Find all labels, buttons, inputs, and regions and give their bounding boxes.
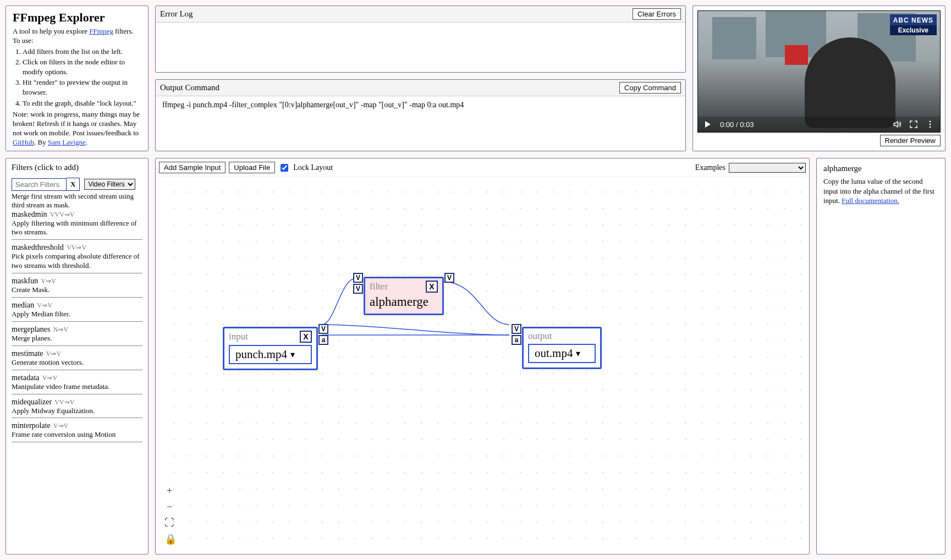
clear-errors-button[interactable]: Clear Errors [633,8,681,20]
filter-list-item[interactable]: maskfun V⇒VCreate Mask. [12,273,142,298]
examples-select[interactable] [729,163,806,173]
filter-list-item[interactable]: maskedmin VVV⇒VApply filtering with mini… [12,210,142,240]
filter-list-item[interactable]: midequalizer VV⇒VApply Midway Equalizati… [12,394,142,419]
output-command-text: ffmpeg -i punch.mp4 -filter_complex "[0:… [156,96,685,151]
port-input-a[interactable]: a [512,335,521,345]
node-input-select[interactable]: punch.mp4 ▾ [229,345,312,364]
zoom-out-icon[interactable]: − [164,501,174,513]
clear-search-button[interactable]: X [67,178,80,191]
volume-icon[interactable] [893,120,901,129]
play-icon[interactable] [703,120,712,129]
filters-panel: Filters (click to add) X Video Filters M… [6,158,149,554]
port-output-a[interactable]: a [318,335,328,345]
port-output-v[interactable]: V [444,273,454,283]
svg-point-0 [930,121,931,123]
video-controls: 0:00 / 0:03 [698,117,940,132]
more-icon[interactable] [926,120,934,129]
github-link[interactable]: GitHub [13,138,34,146]
port-output-v[interactable]: V [318,324,328,334]
intro-panel: FFmpeg Explorer A tool to help you explo… [6,6,149,151]
lock-layout-label: Lock Layout [293,163,333,172]
copy-command-button[interactable]: Copy Command [619,82,681,94]
full-documentation-link[interactable]: Full documentation. [842,196,899,205]
upload-file-button[interactable]: Upload File [229,162,275,173]
filter-list-item[interactable]: maskedthreshold VV⇒VPick pixels comparin… [12,240,142,273]
filter-list-item[interactable]: metadata V⇒VManipulate video frame metad… [12,370,142,394]
search-filters-input[interactable] [12,178,67,191]
lock-icon[interactable]: 🔒 [164,533,174,545]
port-input-v1[interactable]: V [353,273,363,283]
ffmpeg-link[interactable]: FFmpeg [89,27,113,35]
error-log-body [156,23,685,72]
filter-list-item[interactable]: mergeplanes N⇒VMerge planes. [12,322,142,346]
fit-icon[interactable]: ⛶ [164,517,174,529]
video-preview[interactable]: ABC NEWS Exclusive 0:00 / 0:03 [697,10,941,133]
canvas-controls: + − ⛶ 🔒 [164,485,174,545]
error-log-title: Error Log [160,9,193,19]
filter-details-panel: alphamerge Copy the luma value of the se… [816,158,945,554]
intro-steps: Add filters from the list on the left. C… [23,47,141,108]
node-input[interactable]: input X punch.mp4 ▾ V a [223,327,318,370]
fullscreen-icon[interactable] [909,120,918,129]
output-command-panel: Output Command Copy Command ffmpeg -i pu… [155,79,686,151]
node-filter-close[interactable]: X [426,281,438,293]
filter-type-select[interactable]: Video Filters [84,179,135,190]
filter-details-title: alphamerge [823,164,938,173]
node-output-select[interactable]: out.mp4 ▾ [528,344,596,363]
filter-list-item[interactable]: median V⇒VApply Median filter. [12,298,142,322]
render-preview-button[interactable]: Render Preview [880,135,941,146]
port-input-v2[interactable]: V [353,284,363,294]
node-input-close[interactable]: X [300,331,312,343]
node-output[interactable]: output out.mp4 ▾ V a [522,327,602,369]
filters-title: Filters (click to add) [12,163,142,172]
filter-prelude: Merge first stream with second stream us… [12,192,142,210]
filter-list-item[interactable]: mestimate V⇒VGenerate motion vectors. [12,346,142,370]
svg-point-2 [930,127,931,128]
error-log-panel: Error Log Clear Errors [155,6,686,73]
zoom-in-icon[interactable]: + [164,485,174,497]
chevron-down-icon: ▾ [290,349,295,360]
output-command-title: Output Command [160,83,219,92]
news-badge: ABC NEWS Exclusive [890,14,937,35]
author-link[interactable]: Sam Lavigne [48,138,86,146]
chevron-down-icon: ▾ [576,348,580,359]
add-sample-input-button[interactable]: Add Sample Input [159,162,226,173]
node-filter[interactable]: filter X alphamerge V V V [364,277,444,315]
video-panel: ABC NEWS Exclusive 0:00 / 0:03 [692,6,945,151]
video-time: 0:00 / 0:03 [720,120,754,129]
examples-label: Examples [695,163,725,172]
port-input-v[interactable]: V [512,324,521,334]
app-title: FFmpeg Explorer [13,10,141,25]
svg-point-1 [930,124,931,125]
node-canvas[interactable]: input X punch.mp4 ▾ V a filter X [159,177,806,551]
node-editor-panel: Add Sample Input Upload File Lock Layout… [155,158,810,554]
lock-layout-checkbox[interactable] [281,164,288,172]
filter-list-item[interactable]: minterpolate V⇒VFrame rate conversion us… [12,418,142,442]
